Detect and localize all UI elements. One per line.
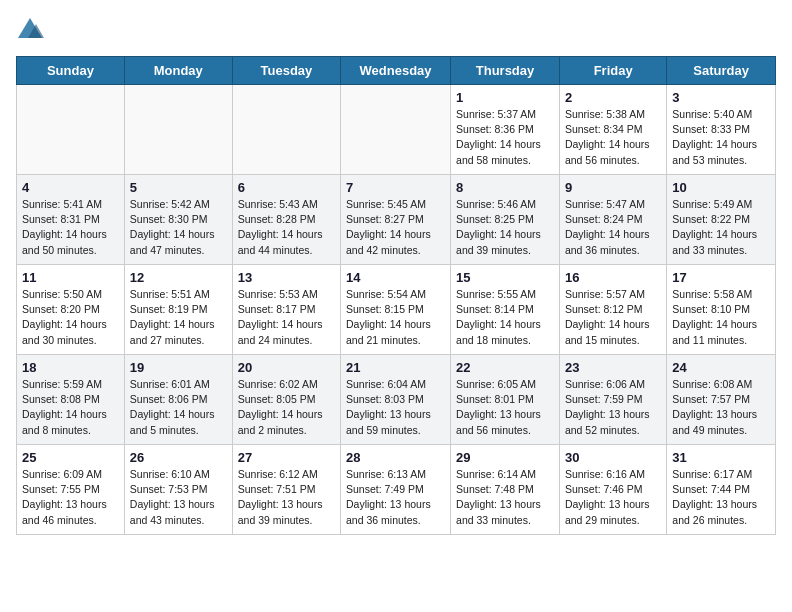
col-header-thursday: Thursday: [451, 57, 560, 85]
logo: [16, 16, 46, 44]
day-number: 11: [22, 270, 119, 285]
day-number: 5: [130, 180, 227, 195]
day-cell: 6Sunrise: 5:43 AM Sunset: 8:28 PM Daylig…: [232, 175, 340, 265]
col-header-friday: Friday: [559, 57, 666, 85]
calendar-table: SundayMondayTuesdayWednesdayThursdayFrid…: [16, 56, 776, 535]
day-cell: 13Sunrise: 5:53 AM Sunset: 8:17 PM Dayli…: [232, 265, 340, 355]
day-cell: 5Sunrise: 5:42 AM Sunset: 8:30 PM Daylig…: [124, 175, 232, 265]
col-header-saturday: Saturday: [667, 57, 776, 85]
day-info: Sunrise: 6:10 AM Sunset: 7:53 PM Dayligh…: [130, 467, 227, 528]
day-info: Sunrise: 6:01 AM Sunset: 8:06 PM Dayligh…: [130, 377, 227, 438]
day-cell: 2Sunrise: 5:38 AM Sunset: 8:34 PM Daylig…: [559, 85, 666, 175]
day-cell: 26Sunrise: 6:10 AM Sunset: 7:53 PM Dayli…: [124, 445, 232, 535]
day-info: Sunrise: 5:41 AM Sunset: 8:31 PM Dayligh…: [22, 197, 119, 258]
week-row-2: 4Sunrise: 5:41 AM Sunset: 8:31 PM Daylig…: [17, 175, 776, 265]
day-number: 30: [565, 450, 661, 465]
day-number: 13: [238, 270, 335, 285]
day-cell: 25Sunrise: 6:09 AM Sunset: 7:55 PM Dayli…: [17, 445, 125, 535]
day-cell: 10Sunrise: 5:49 AM Sunset: 8:22 PM Dayli…: [667, 175, 776, 265]
day-info: Sunrise: 5:40 AM Sunset: 8:33 PM Dayligh…: [672, 107, 770, 168]
day-info: Sunrise: 5:49 AM Sunset: 8:22 PM Dayligh…: [672, 197, 770, 258]
day-info: Sunrise: 5:43 AM Sunset: 8:28 PM Dayligh…: [238, 197, 335, 258]
day-cell: 12Sunrise: 5:51 AM Sunset: 8:19 PM Dayli…: [124, 265, 232, 355]
day-number: 23: [565, 360, 661, 375]
day-number: 27: [238, 450, 335, 465]
day-cell: 15Sunrise: 5:55 AM Sunset: 8:14 PM Dayli…: [451, 265, 560, 355]
day-cell: 4Sunrise: 5:41 AM Sunset: 8:31 PM Daylig…: [17, 175, 125, 265]
day-info: Sunrise: 6:04 AM Sunset: 8:03 PM Dayligh…: [346, 377, 445, 438]
day-info: Sunrise: 5:53 AM Sunset: 8:17 PM Dayligh…: [238, 287, 335, 348]
day-cell: 21Sunrise: 6:04 AM Sunset: 8:03 PM Dayli…: [341, 355, 451, 445]
day-cell: [17, 85, 125, 175]
day-cell: 16Sunrise: 5:57 AM Sunset: 8:12 PM Dayli…: [559, 265, 666, 355]
day-cell: 29Sunrise: 6:14 AM Sunset: 7:48 PM Dayli…: [451, 445, 560, 535]
day-number: 10: [672, 180, 770, 195]
day-number: 21: [346, 360, 445, 375]
day-cell: 28Sunrise: 6:13 AM Sunset: 7:49 PM Dayli…: [341, 445, 451, 535]
day-number: 26: [130, 450, 227, 465]
day-info: Sunrise: 5:47 AM Sunset: 8:24 PM Dayligh…: [565, 197, 661, 258]
day-number: 3: [672, 90, 770, 105]
day-info: Sunrise: 6:08 AM Sunset: 7:57 PM Dayligh…: [672, 377, 770, 438]
day-number: 8: [456, 180, 554, 195]
day-cell: 8Sunrise: 5:46 AM Sunset: 8:25 PM Daylig…: [451, 175, 560, 265]
day-number: 22: [456, 360, 554, 375]
day-info: Sunrise: 6:16 AM Sunset: 7:46 PM Dayligh…: [565, 467, 661, 528]
day-info: Sunrise: 5:58 AM Sunset: 8:10 PM Dayligh…: [672, 287, 770, 348]
day-number: 17: [672, 270, 770, 285]
day-number: 20: [238, 360, 335, 375]
day-number: 6: [238, 180, 335, 195]
day-info: Sunrise: 6:05 AM Sunset: 8:01 PM Dayligh…: [456, 377, 554, 438]
day-number: 7: [346, 180, 445, 195]
col-header-monday: Monday: [124, 57, 232, 85]
day-cell: 31Sunrise: 6:17 AM Sunset: 7:44 PM Dayli…: [667, 445, 776, 535]
page-header: [16, 16, 776, 44]
day-number: 28: [346, 450, 445, 465]
day-cell: 20Sunrise: 6:02 AM Sunset: 8:05 PM Dayli…: [232, 355, 340, 445]
day-cell: 1Sunrise: 5:37 AM Sunset: 8:36 PM Daylig…: [451, 85, 560, 175]
col-header-tuesday: Tuesday: [232, 57, 340, 85]
day-info: Sunrise: 5:46 AM Sunset: 8:25 PM Dayligh…: [456, 197, 554, 258]
day-number: 25: [22, 450, 119, 465]
week-row-4: 18Sunrise: 5:59 AM Sunset: 8:08 PM Dayli…: [17, 355, 776, 445]
day-number: 19: [130, 360, 227, 375]
header-row: SundayMondayTuesdayWednesdayThursdayFrid…: [17, 57, 776, 85]
day-cell: 9Sunrise: 5:47 AM Sunset: 8:24 PM Daylig…: [559, 175, 666, 265]
day-cell: 14Sunrise: 5:54 AM Sunset: 8:15 PM Dayli…: [341, 265, 451, 355]
day-info: Sunrise: 5:45 AM Sunset: 8:27 PM Dayligh…: [346, 197, 445, 258]
week-row-1: 1Sunrise: 5:37 AM Sunset: 8:36 PM Daylig…: [17, 85, 776, 175]
logo-icon: [16, 16, 44, 44]
week-row-5: 25Sunrise: 6:09 AM Sunset: 7:55 PM Dayli…: [17, 445, 776, 535]
day-number: 16: [565, 270, 661, 285]
day-cell: 27Sunrise: 6:12 AM Sunset: 7:51 PM Dayli…: [232, 445, 340, 535]
day-number: 18: [22, 360, 119, 375]
day-cell: 19Sunrise: 6:01 AM Sunset: 8:06 PM Dayli…: [124, 355, 232, 445]
day-cell: 24Sunrise: 6:08 AM Sunset: 7:57 PM Dayli…: [667, 355, 776, 445]
day-cell: [341, 85, 451, 175]
day-cell: 30Sunrise: 6:16 AM Sunset: 7:46 PM Dayli…: [559, 445, 666, 535]
day-number: 15: [456, 270, 554, 285]
day-cell: 11Sunrise: 5:50 AM Sunset: 8:20 PM Dayli…: [17, 265, 125, 355]
day-info: Sunrise: 6:09 AM Sunset: 7:55 PM Dayligh…: [22, 467, 119, 528]
day-number: 24: [672, 360, 770, 375]
col-header-sunday: Sunday: [17, 57, 125, 85]
day-info: Sunrise: 5:38 AM Sunset: 8:34 PM Dayligh…: [565, 107, 661, 168]
day-number: 4: [22, 180, 119, 195]
day-info: Sunrise: 6:17 AM Sunset: 7:44 PM Dayligh…: [672, 467, 770, 528]
day-cell: 18Sunrise: 5:59 AM Sunset: 8:08 PM Dayli…: [17, 355, 125, 445]
day-cell: [124, 85, 232, 175]
day-info: Sunrise: 5:50 AM Sunset: 8:20 PM Dayligh…: [22, 287, 119, 348]
day-info: Sunrise: 5:51 AM Sunset: 8:19 PM Dayligh…: [130, 287, 227, 348]
day-number: 12: [130, 270, 227, 285]
day-number: 9: [565, 180, 661, 195]
col-header-wednesday: Wednesday: [341, 57, 451, 85]
day-number: 2: [565, 90, 661, 105]
day-cell: 3Sunrise: 5:40 AM Sunset: 8:33 PM Daylig…: [667, 85, 776, 175]
day-number: 14: [346, 270, 445, 285]
day-cell: 7Sunrise: 5:45 AM Sunset: 8:27 PM Daylig…: [341, 175, 451, 265]
day-info: Sunrise: 5:59 AM Sunset: 8:08 PM Dayligh…: [22, 377, 119, 438]
day-info: Sunrise: 6:14 AM Sunset: 7:48 PM Dayligh…: [456, 467, 554, 528]
day-info: Sunrise: 6:06 AM Sunset: 7:59 PM Dayligh…: [565, 377, 661, 438]
day-number: 29: [456, 450, 554, 465]
day-cell: [232, 85, 340, 175]
